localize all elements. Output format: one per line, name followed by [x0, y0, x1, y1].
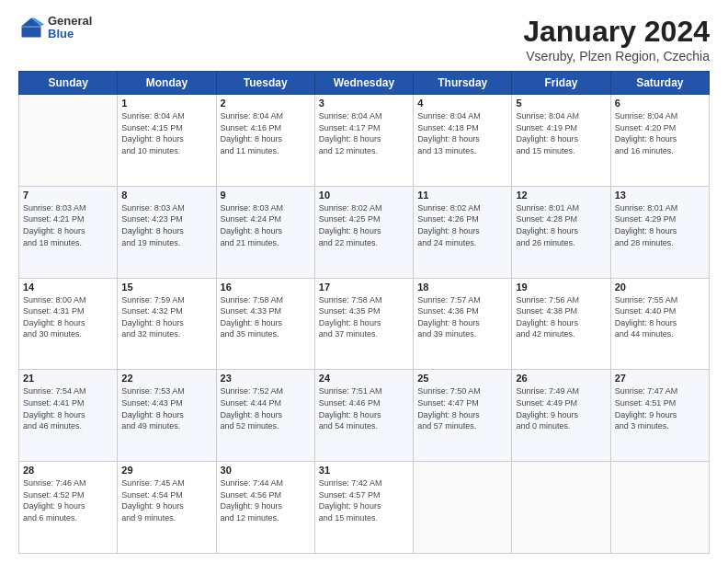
sunset-text: Sunset: 4:19 PM: [516, 122, 606, 134]
table-row: 11Sunrise: 8:02 AMSunset: 4:26 PMDayligh…: [414, 186, 512, 278]
day-number: 20: [615, 282, 705, 293]
daylight-minutes: and 37 minutes.: [319, 328, 409, 340]
day-number: 16: [221, 282, 311, 293]
daylight-minutes: and 26 minutes.: [516, 237, 606, 249]
table-row: 29Sunrise: 7:45 AMSunset: 4:54 PMDayligh…: [118, 462, 216, 554]
sunrise-text: Sunrise: 7:51 AM: [319, 385, 409, 397]
sunset-text: Sunset: 4:54 PM: [121, 489, 211, 501]
sunset-text: Sunset: 4:26 PM: [417, 213, 507, 225]
day-info: Sunrise: 8:04 AMSunset: 4:15 PMDaylight:…: [121, 110, 211, 156]
day-number: 21: [23, 373, 113, 384]
sunrise-text: Sunrise: 7:53 AM: [121, 385, 211, 397]
daylight-minutes: and 52 minutes.: [221, 420, 311, 432]
table-row: 13Sunrise: 8:01 AMSunset: 4:29 PMDayligh…: [610, 186, 709, 278]
sunrise-text: Sunrise: 7:58 AM: [319, 294, 409, 306]
daylight-label: Daylight: 9 hours: [319, 500, 409, 512]
daylight-label: Daylight: 8 hours: [417, 409, 507, 421]
sunrise-text: Sunrise: 8:02 AM: [319, 202, 409, 214]
day-number: 18: [417, 282, 507, 293]
logo-blue-text: Blue: [48, 28, 92, 40]
daylight-label: Daylight: 8 hours: [221, 225, 311, 237]
sunrise-text: Sunrise: 8:04 AM: [221, 110, 311, 122]
day-info: Sunrise: 7:56 AMSunset: 4:38 PMDaylight:…: [516, 294, 606, 340]
sunrise-text: Sunrise: 7:47 AM: [615, 385, 705, 397]
sunrise-text: Sunrise: 8:04 AM: [319, 110, 409, 122]
header-monday: Monday: [118, 72, 216, 95]
sunrise-text: Sunrise: 8:04 AM: [121, 110, 211, 122]
sunset-text: Sunset: 4:28 PM: [516, 213, 606, 225]
day-info: Sunrise: 8:01 AMSunset: 4:28 PMDaylight:…: [516, 202, 606, 248]
week-row-4: 21Sunrise: 7:54 AMSunset: 4:41 PMDayligh…: [19, 370, 710, 462]
daylight-minutes: and 35 minutes.: [221, 328, 311, 340]
daylight-minutes: and 24 minutes.: [417, 237, 507, 249]
header-wednesday: Wednesday: [314, 72, 413, 95]
calendar-table: Sunday Monday Tuesday Wednesday Thursday…: [18, 71, 710, 554]
day-number: 1: [121, 98, 211, 109]
day-number: 15: [121, 282, 211, 293]
daylight-label: Daylight: 8 hours: [121, 409, 211, 421]
daylight-minutes: and 42 minutes.: [516, 328, 606, 340]
day-info: Sunrise: 7:45 AMSunset: 4:54 PMDaylight:…: [121, 477, 211, 523]
daylight-label: Daylight: 8 hours: [417, 317, 507, 329]
daylight-minutes: and 49 minutes.: [121, 420, 211, 432]
table-row: 16Sunrise: 7:58 AMSunset: 4:33 PMDayligh…: [216, 278, 314, 370]
header-sunday: Sunday: [19, 72, 118, 95]
day-info: Sunrise: 7:46 AMSunset: 4:52 PMDaylight:…: [23, 477, 113, 523]
day-info: Sunrise: 7:58 AMSunset: 4:33 PMDaylight:…: [221, 294, 311, 340]
sunrise-text: Sunrise: 8:03 AM: [121, 202, 211, 214]
day-number: 29: [121, 465, 211, 476]
sunset-text: Sunset: 4:51 PM: [615, 397, 705, 409]
day-info: Sunrise: 7:44 AMSunset: 4:56 PMDaylight:…: [221, 477, 311, 523]
table-row: 15Sunrise: 7:59 AMSunset: 4:32 PMDayligh…: [118, 278, 216, 370]
sunset-text: Sunset: 4:23 PM: [121, 213, 211, 225]
daylight-label: Daylight: 8 hours: [221, 317, 311, 329]
day-number: 10: [319, 190, 409, 201]
table-row: 22Sunrise: 7:53 AMSunset: 4:43 PMDayligh…: [118, 370, 216, 462]
sunset-text: Sunset: 4:57 PM: [319, 489, 409, 501]
sunset-text: Sunset: 4:40 PM: [615, 305, 705, 317]
sunset-text: Sunset: 4:33 PM: [221, 305, 311, 317]
day-info: Sunrise: 7:55 AMSunset: 4:40 PMDaylight:…: [615, 294, 705, 340]
sunset-text: Sunset: 4:36 PM: [417, 305, 507, 317]
sunrise-text: Sunrise: 7:58 AM: [221, 294, 311, 306]
day-info: Sunrise: 8:01 AMSunset: 4:29 PMDaylight:…: [615, 202, 705, 248]
daylight-minutes: and 9 minutes.: [121, 512, 211, 524]
daylight-label: Daylight: 8 hours: [121, 225, 211, 237]
day-number: 22: [121, 373, 211, 384]
daylight-minutes: and 44 minutes.: [615, 328, 705, 340]
day-number: 26: [516, 373, 606, 384]
day-info: Sunrise: 7:58 AMSunset: 4:35 PMDaylight:…: [319, 294, 409, 340]
logo-text: General Blue: [48, 15, 92, 41]
day-info: Sunrise: 8:03 AMSunset: 4:23 PMDaylight:…: [121, 202, 211, 248]
table-row: 24Sunrise: 7:51 AMSunset: 4:46 PMDayligh…: [314, 370, 413, 462]
sunset-text: Sunset: 4:21 PM: [23, 213, 113, 225]
day-info: Sunrise: 8:04 AMSunset: 4:20 PMDaylight:…: [615, 110, 705, 156]
sunset-text: Sunset: 4:18 PM: [417, 122, 507, 134]
sunset-text: Sunset: 4:16 PM: [221, 122, 311, 134]
day-info: Sunrise: 7:51 AMSunset: 4:46 PMDaylight:…: [319, 385, 409, 431]
sunset-text: Sunset: 4:38 PM: [516, 305, 606, 317]
daylight-minutes: and 46 minutes.: [23, 420, 113, 432]
logo-general-text: General: [48, 15, 92, 28]
day-info: Sunrise: 8:03 AMSunset: 4:21 PMDaylight:…: [23, 202, 113, 248]
daylight-label: Daylight: 8 hours: [121, 133, 211, 145]
day-info: Sunrise: 8:02 AMSunset: 4:26 PMDaylight:…: [417, 202, 507, 248]
day-info: Sunrise: 8:00 AMSunset: 4:31 PMDaylight:…: [23, 294, 113, 340]
day-info: Sunrise: 7:57 AMSunset: 4:36 PMDaylight:…: [417, 294, 507, 340]
daylight-label: Daylight: 8 hours: [23, 409, 113, 421]
day-info: Sunrise: 7:52 AMSunset: 4:44 PMDaylight:…: [221, 385, 311, 431]
daylight-label: Daylight: 8 hours: [319, 409, 409, 421]
daylight-label: Daylight: 8 hours: [417, 133, 507, 145]
daylight-minutes: and 12 minutes.: [221, 512, 311, 524]
table-row: 26Sunrise: 7:49 AMSunset: 4:49 PMDayligh…: [512, 370, 610, 462]
table-row: 3Sunrise: 8:04 AMSunset: 4:17 PMDaylight…: [314, 95, 413, 187]
day-number: 5: [516, 98, 606, 109]
sunrise-text: Sunrise: 7:46 AM: [23, 477, 113, 489]
logo: General Blue: [18, 15, 92, 41]
daylight-label: Daylight: 9 hours: [23, 500, 113, 512]
daylight-minutes: and 32 minutes.: [121, 328, 211, 340]
daylight-minutes: and 57 minutes.: [417, 420, 507, 432]
day-number: 2: [221, 98, 311, 109]
day-number: 14: [23, 282, 113, 293]
daylight-minutes: and 13 minutes.: [417, 145, 507, 157]
